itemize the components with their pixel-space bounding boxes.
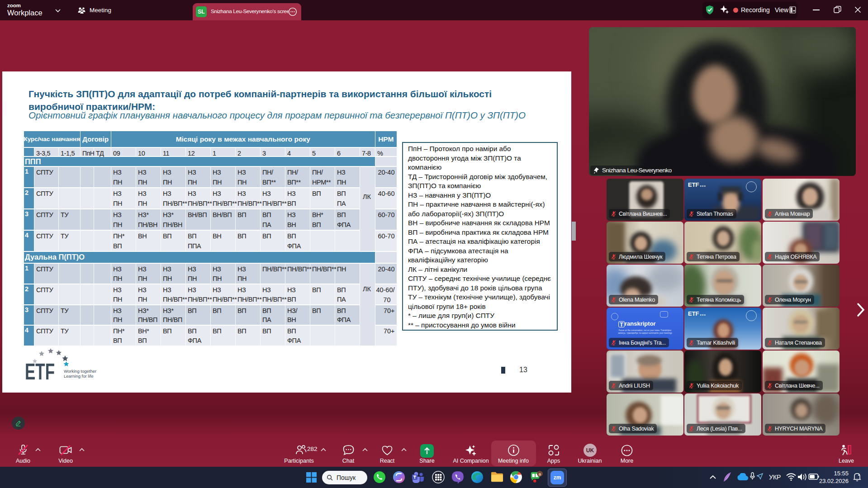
- svg-text:z: z: [858, 473, 860, 476]
